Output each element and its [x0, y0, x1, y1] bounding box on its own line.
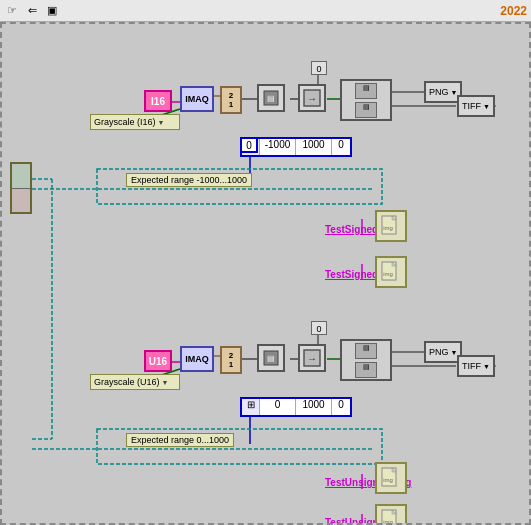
lower-tif-file-icon: img: [375, 504, 407, 525]
upper-view-block: ▤: [257, 84, 285, 112]
lower-view-block: ▤: [257, 344, 285, 372]
svg-text:img: img: [383, 271, 393, 277]
svg-text:img: img: [383, 519, 393, 525]
lower-range-group: ⊞ 0 1000 0: [240, 397, 352, 417]
canvas: 0 I16 IMAQ Grayscale (I16) ▼ 2 1 ▤ → ▤ ▤…: [0, 22, 531, 525]
lower-rc-bot: ▤: [355, 362, 377, 378]
svg-text:→: →: [307, 353, 317, 364]
upper-range-max[interactable]: 1000: [296, 139, 332, 155]
lower-grayscale-arrow: ▼: [162, 379, 169, 386]
lower-grayscale-dropdown[interactable]: Grayscale (U16) ▼: [90, 374, 180, 390]
hand-icon[interactable]: ☞: [4, 3, 20, 19]
upper-tiff-block[interactable]: TIFF ▼: [457, 95, 495, 117]
upper-tiff-arrow: ▼: [483, 103, 490, 110]
upper-rc-top: ▤: [355, 83, 377, 99]
lower-range-max[interactable]: 1000: [296, 399, 332, 415]
upper-imaq-block: IMAQ: [180, 86, 214, 112]
upper-right-cluster: ▤ ▤: [340, 79, 392, 121]
year-label: 2022: [500, 4, 527, 18]
lower-tiff-block[interactable]: TIFF ▼: [457, 355, 495, 377]
lower-range-start-label: ⊞: [242, 399, 260, 415]
upper-range-extra[interactable]: 0: [332, 139, 350, 155]
upper-range-min[interactable]: -1000: [260, 139, 296, 155]
left-edge-top: [12, 164, 30, 189]
lower-range-label: Expected range 0...1000: [126, 433, 234, 447]
lower-rc-top: ▤: [355, 343, 377, 359]
lower-u16-block: U16: [144, 350, 172, 372]
upper-cluster-block: 2 1: [220, 86, 242, 114]
upper-grayscale-dropdown[interactable]: Grayscale (I16) ▼: [90, 114, 180, 130]
display-icon[interactable]: ▣: [44, 3, 60, 19]
upper-rc-bot: ▤: [355, 102, 377, 118]
svg-text:img: img: [383, 477, 393, 483]
upper-i16-block: I16: [144, 90, 172, 112]
upper-range-label: Expected range -1000...1000: [126, 173, 252, 187]
lower-cluster-block: 2 1: [220, 346, 242, 374]
left-edge-block: [10, 162, 32, 214]
lower-arrow-block: →: [298, 344, 326, 372]
toolbar: ☞ ⇐ ▣ 2022: [0, 0, 531, 22]
svg-text:→: →: [307, 93, 317, 104]
lower-imaq-block: IMAQ: [180, 346, 214, 372]
upper-zero-box[interactable]: 0: [240, 137, 258, 153]
svg-text:▤: ▤: [267, 94, 275, 103]
lower-range-extra[interactable]: 0: [332, 399, 350, 415]
left-edge-bot: [12, 189, 30, 213]
lower-range-min[interactable]: 0: [260, 399, 296, 415]
upper-png-file-icon: img: [375, 210, 407, 242]
svg-text:▤: ▤: [267, 354, 275, 363]
upper-tif-file-icon: img: [375, 256, 407, 288]
back-icon[interactable]: ⇐: [24, 3, 40, 19]
lower-zero-node: 0: [311, 321, 327, 335]
upper-zero-node: 0: [311, 61, 327, 75]
svg-text:img: img: [383, 225, 393, 231]
upper-arrow-block: →: [298, 84, 326, 112]
lower-tiff-arrow: ▼: [483, 363, 490, 370]
upper-grayscale-arrow: ▼: [158, 119, 165, 126]
lower-png-file-icon: img: [375, 462, 407, 494]
lower-right-cluster: ▤ ▤: [340, 339, 392, 381]
